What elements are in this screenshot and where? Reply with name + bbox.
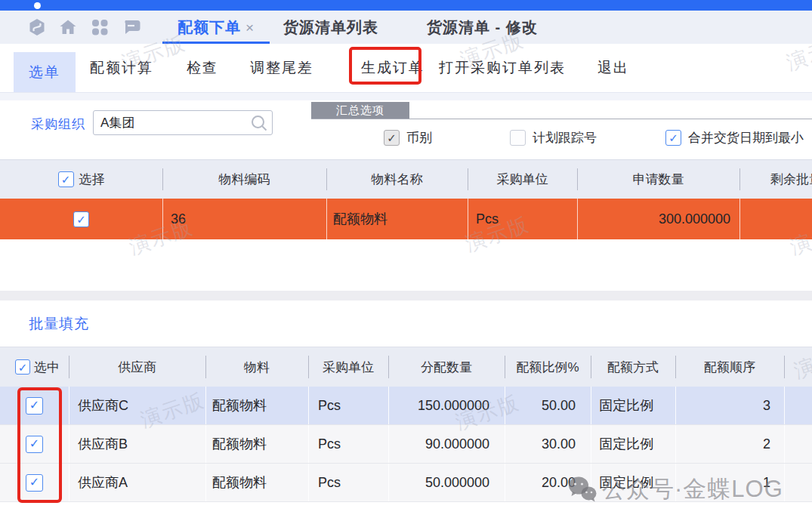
currency-checkbox[interactable]: ✓: [384, 130, 400, 146]
material-cell[interactable]: 配额物料: [205, 464, 308, 501]
unit-cell[interactable]: Pcs: [308, 425, 388, 463]
tab-source-list[interactable]: 货源清单列表: [283, 11, 378, 44]
window-dot: [34, 2, 41, 9]
header-material-code: 物料编码: [162, 160, 326, 199]
header-alloc-qty: 分配数量: [388, 347, 505, 387]
alloc-qty-cell[interactable]: 50.000000: [388, 464, 505, 501]
header-material-name: 物料名称: [326, 160, 468, 199]
request-qty-cell[interactable]: 300.000000: [577, 199, 739, 239]
header-quota-method: 配额方式: [591, 347, 675, 387]
tab-strip: 配额下单× 货源清单列表 货源清单 - 修改: [0, 11, 812, 44]
merge-delivery-checkbox[interactable]: ✓: [665, 130, 681, 146]
quota-method-cell[interactable]: 固定比例: [591, 464, 675, 501]
material-cell[interactable]: 配额物料: [205, 425, 308, 463]
red-annotation-row-checkboxes: [17, 387, 62, 503]
purchase-org-label: 采购组织: [31, 116, 85, 133]
quota-ratio-cell[interactable]: 50.00: [505, 387, 591, 424]
app-window: 配额下单× 货源清单列表 货源清单 - 修改 选单 配额计算 检查 调整尾差 生…: [0, 0, 812, 521]
menu-item-adjust-tail[interactable]: 调整尾差: [250, 44, 313, 92]
allocation-row-1[interactable]: ✓ 供应商C 配额物料 Pcs 150.000000 50.00 固定比例 3: [0, 387, 812, 425]
home-icon[interactable]: [59, 18, 77, 36]
quota-order-cell[interactable]: 1: [675, 464, 784, 501]
header-remaining-qty: 剩余批量: [739, 160, 812, 199]
header-quota-ratio: 配额比例%: [505, 347, 591, 387]
red-annotation-generate-order: [349, 47, 421, 85]
tab-quota-order[interactable]: 配额下单×: [162, 11, 270, 44]
material-code-cell[interactable]: 36: [162, 199, 326, 239]
requisition-table-header: ✓ 选择 物料编码 物料名称 采购单位 申请数量 剩余批量: [0, 159, 812, 199]
extra-cell[interactable]: [784, 425, 812, 463]
header-request-qty: 申请数量: [577, 160, 739, 199]
check-all-checkbox[interactable]: ✓: [15, 359, 30, 375]
row-checkbox[interactable]: ✓: [73, 211, 89, 227]
app-logo-icon[interactable]: [28, 18, 46, 36]
material-name-cell[interactable]: 配额物料: [326, 199, 468, 239]
header-material: 物料: [205, 347, 308, 387]
header-select: ✓ 选择: [0, 160, 162, 199]
quota-method-cell[interactable]: 固定比例: [591, 387, 675, 424]
header-unit: 采购单位: [308, 347, 388, 387]
message-icon[interactable]: [122, 18, 140, 36]
extra-cell[interactable]: [784, 387, 812, 424]
section-divider: [0, 291, 812, 301]
menu-item-exit[interactable]: 退出: [597, 44, 629, 92]
unit-cell[interactable]: Pcs: [308, 464, 388, 501]
search-icon[interactable]: [250, 114, 268, 132]
option-merge-delivery-date: ✓ 合并交货日期到最小: [665, 129, 804, 146]
supplier-cell[interactable]: 供应商A: [69, 464, 205, 501]
header-quota-order: 配额顺序: [675, 347, 784, 387]
requisition-table: ✓ 选择 物料编码 物料名称 采购单位 申请数量 剩余批量 ✓ 36 配额物料 …: [0, 159, 812, 239]
supplier-cell[interactable]: 供应商C: [69, 387, 205, 424]
menu-item-quota-calc[interactable]: 配额计算: [90, 44, 153, 92]
header-checked: ✓ 选中: [0, 347, 69, 387]
apps-grid-icon[interactable]: [91, 18, 109, 36]
tab-source-edit[interactable]: 货源清单 - 修改: [427, 11, 538, 44]
allocation-row-3[interactable]: ✓ 供应商A 配额物料 Pcs 50.000000 20.00 固定比例 1: [0, 464, 812, 502]
tab-quota-order-label: 配额下单: [178, 19, 241, 35]
plan-tracking-label: 计划跟踪号: [533, 129, 597, 146]
header-purchase-unit: 采购单位: [468, 160, 577, 199]
option-plan-tracking: 计划跟踪号: [510, 129, 597, 146]
menu-item-check[interactable]: 检查: [187, 44, 218, 92]
row-select-cell: ✓: [0, 199, 162, 239]
alloc-qty-cell[interactable]: 150.000000: [388, 387, 505, 424]
allocation-row-2[interactable]: ✓ 供应商B 配额物料 Pcs 90.000000 30.00 固定比例 2: [0, 425, 812, 464]
extra-cell[interactable]: [784, 464, 812, 501]
batch-fill-link[interactable]: 批量填充: [29, 314, 89, 334]
summary-options-tab: 汇总选项: [311, 102, 409, 119]
alloc-qty-cell[interactable]: 90.000000: [388, 425, 505, 463]
option-currency: ✓ 币别: [384, 129, 432, 146]
purchase-org-input[interactable]: [93, 110, 273, 135]
currency-label: 币别: [406, 129, 432, 146]
merge-delivery-label: 合并交货日期到最小: [688, 129, 804, 146]
toolbar-divider: [0, 93, 812, 100]
group-box-line: [311, 119, 812, 119]
quota-ratio-cell[interactable]: 20.00: [505, 464, 591, 501]
unit-cell[interactable]: Pcs: [468, 199, 577, 239]
requisition-row-selected[interactable]: ✓ 36 配额物料 Pcs 300.000000: [0, 199, 812, 239]
allocation-table: ✓ 选中 供应商 物料 采购单位 分配数量 配额比例% 配额方式 配额顺序 ✓ …: [0, 347, 812, 502]
quota-order-cell[interactable]: 3: [675, 387, 784, 424]
menu-item-select-order[interactable]: 选单: [14, 52, 76, 92]
unit-cell[interactable]: Pcs: [308, 387, 388, 424]
allocation-table-header: ✓ 选中 供应商 物料 采购单位 分配数量 配额比例% 配额方式 配额顺序: [0, 347, 812, 387]
quota-method-cell[interactable]: 固定比例: [591, 425, 675, 463]
select-all-checkbox[interactable]: ✓: [58, 171, 74, 187]
header-supplier: 供应商: [69, 347, 205, 387]
plan-tracking-checkbox[interactable]: [510, 130, 526, 146]
quota-order-cell[interactable]: 2: [675, 425, 784, 463]
quota-ratio-cell[interactable]: 30.00: [505, 425, 591, 463]
tab-close-icon[interactable]: ×: [245, 20, 255, 35]
header-extra: [784, 347, 812, 387]
remaining-qty-cell[interactable]: [739, 199, 812, 239]
material-cell[interactable]: 配额物料: [205, 387, 308, 424]
supplier-cell[interactable]: 供应商B: [69, 425, 205, 463]
menu-item-open-po-list[interactable]: 打开采购订单列表: [439, 44, 566, 92]
title-bar: [0, 0, 812, 11]
